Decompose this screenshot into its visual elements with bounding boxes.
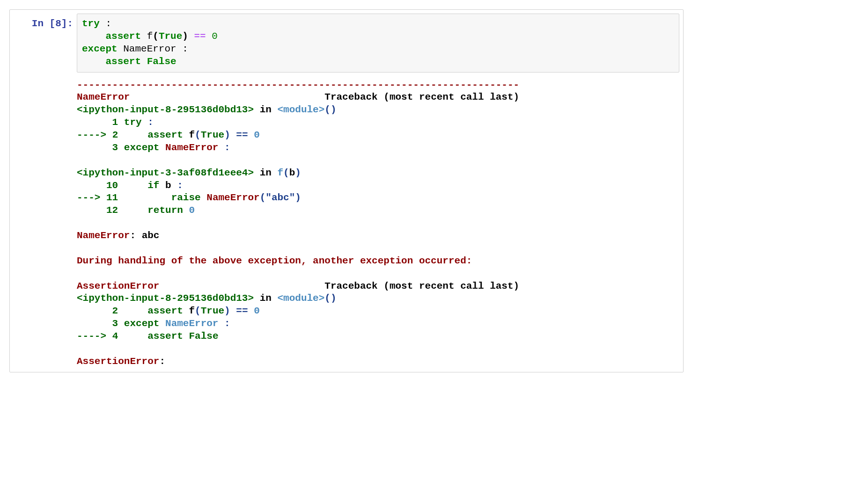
input-prompt: In [8]: bbox=[14, 14, 77, 29]
tb-lineno: 4 bbox=[112, 331, 118, 342]
tb-final-error: AssertionError bbox=[77, 356, 159, 367]
tb-src2: <ipython-input-3-3af08fd1eee4> bbox=[77, 167, 254, 178]
tb-dashes: ----------------------------------------… bbox=[77, 80, 519, 90]
tb-header-right: Traceback (most recent call last) bbox=[324, 281, 519, 291]
exc-nameerror: NameError bbox=[123, 44, 176, 54]
bool-true: True bbox=[159, 31, 182, 42]
tb-module: <module> bbox=[277, 104, 324, 115]
op-eq: == bbox=[194, 31, 206, 42]
tb-final-error: NameError bbox=[77, 230, 130, 241]
kw-assert: assert bbox=[105, 56, 141, 67]
tb-error-name: NameError bbox=[77, 92, 130, 102]
tb-arrow: ---> bbox=[77, 192, 106, 203]
tb-arrow: ----> bbox=[77, 130, 112, 140]
tb-lineno: 1 bbox=[77, 117, 118, 128]
kw-assert: assert bbox=[105, 31, 141, 42]
tb-header-right: Traceback (most recent call last) bbox=[324, 92, 519, 102]
literal-zero: 0 bbox=[212, 31, 218, 42]
tb-src1: <ipython-input-8-295136d0bd13> bbox=[77, 104, 254, 115]
tb-lineno: 3 bbox=[77, 142, 118, 153]
tb-lineno: 11 bbox=[106, 192, 118, 203]
tb-during: During handling of the above exception, … bbox=[77, 255, 472, 266]
tb-module: <module> bbox=[277, 293, 324, 304]
tb-lineno: 12 bbox=[77, 205, 118, 216]
traceback-output: ----------------------------------------… bbox=[77, 79, 679, 368]
tb-lineno: 3 bbox=[77, 318, 118, 329]
code-input-area[interactable]: try : assert f(True) == 0 except NameErr… bbox=[77, 14, 679, 73]
tb-lineno: 10 bbox=[77, 180, 118, 191]
kw-try: try bbox=[82, 18, 100, 29]
tb-lineno: 2 bbox=[112, 130, 118, 140]
tb-error-name: AssertionError bbox=[77, 281, 159, 291]
code-source[interactable]: try : assert f(True) == 0 except NameErr… bbox=[82, 18, 674, 68]
bool-false: False bbox=[147, 56, 177, 67]
tb-lineno: 2 bbox=[77, 306, 118, 316]
tb-arrow: ----> bbox=[77, 331, 112, 342]
kw-except: except bbox=[82, 44, 118, 54]
fn-call: f bbox=[147, 31, 153, 42]
tb-src3: <ipython-input-8-295136d0bd13> bbox=[77, 293, 254, 304]
notebook-cell: In [8]: try : assert f(True) == 0 except… bbox=[9, 9, 684, 372]
output-area: ----------------------------------------… bbox=[77, 79, 679, 368]
input-row: In [8]: try : assert f(True) == 0 except… bbox=[14, 14, 679, 73]
prompt-label: In [8]: bbox=[32, 18, 73, 29]
